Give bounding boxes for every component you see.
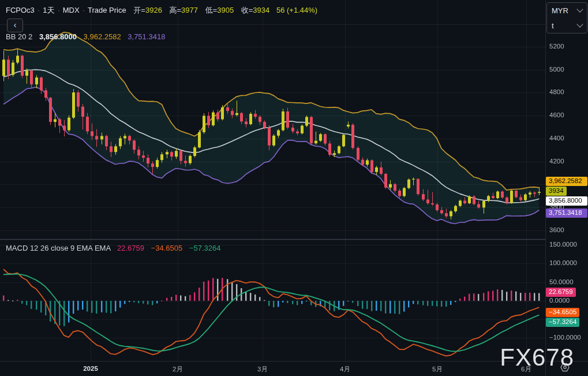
macd-signal-value: −57.3264 — [189, 244, 221, 252]
axis-price-label: 3,962.2582 — [546, 177, 587, 186]
macd-hist-value: 22.6759 — [117, 244, 144, 252]
bb-title: BB 20 2 — [6, 32, 32, 41]
macd-tick: 0.0000 — [549, 297, 570, 304]
high-label: 高= — [169, 6, 181, 14]
bb-basis-value: 3,856.8000 — [39, 32, 77, 41]
price-tick: 4600 — [549, 111, 564, 118]
exchange-name: MDX — [63, 6, 80, 14]
time-tick: 2025 — [73, 365, 108, 372]
macd-tick: 50.0000 — [549, 278, 574, 285]
axis-price-label: −34.6505 — [546, 308, 579, 317]
low-value: 3905 — [217, 6, 234, 14]
axis-price-label: 22.6759 — [546, 288, 576, 297]
axis-price-label: −57.3264 — [546, 318, 579, 327]
unit-dropdown[interactable]: t — [547, 18, 587, 33]
trading-chart-app: FCPOc3·1天·MDX·Trade Price 开=3926 高=3977 … — [0, 0, 588, 376]
currency-unit-selector: MYR t — [546, 2, 587, 33]
time-tick: 2月 — [160, 365, 195, 374]
chevron-left-icon: ‹ — [14, 20, 17, 29]
price-tick: 5200 — [549, 43, 564, 50]
bb-legend[interactable]: BB 20 2 3,856.8000 3,962.2582 3,751.3418 — [6, 32, 165, 41]
chevron-down-icon — [576, 6, 583, 12]
low-label: 低= — [205, 6, 218, 14]
open-value: 3926 — [145, 6, 162, 14]
close-label: 收= — [241, 6, 253, 14]
bb-upper-value: 3,962.2582 — [84, 32, 121, 41]
close-value: 3934 — [253, 6, 269, 14]
back-button[interactable]: ‹ — [7, 18, 23, 32]
axis-price-label: 3,856.8000 — [546, 196, 587, 206]
macd-line-value: −34.6505 — [151, 244, 183, 252]
interval-value[interactable]: 1天 — [43, 6, 54, 14]
axis-price-label: 3934 — [546, 187, 567, 196]
macd-legend[interactable]: MACD 12 26 close 9 EMA EMA 22.6759 −34.6… — [6, 244, 220, 252]
watermark: FX678 — [500, 344, 574, 371]
macd-tick: 100.0000 — [549, 259, 577, 266]
price-tick: 4200 — [549, 158, 564, 165]
macd-tick: −100.0000 — [549, 334, 581, 341]
macd-tick: 150.0000 — [549, 241, 577, 248]
price-type: Trade Price — [88, 6, 126, 14]
time-tick: 5月 — [420, 365, 455, 374]
price-tick: 5000 — [549, 66, 564, 73]
separator-dot: · — [57, 6, 59, 14]
open-label: 开= — [133, 6, 145, 14]
time-tick: 3月 — [245, 365, 280, 374]
bb-lower-value: 3,751.3418 — [128, 32, 165, 41]
chevron-down-icon — [576, 21, 583, 27]
price-tick: 3600 — [549, 226, 564, 233]
separator-dot: · — [83, 6, 85, 14]
price-tick: 4400 — [549, 135, 564, 142]
time-tick: 4月 — [328, 365, 362, 374]
separator-dot: · — [38, 6, 40, 14]
macd-title: MACD 12 26 close 9 EMA EMA — [6, 244, 110, 252]
currency-dropdown[interactable]: MYR — [547, 3, 587, 18]
chart-header: FCPOc3·1天·MDX·Trade Price 开=3926 高=3977 … — [6, 5, 317, 16]
change-value: 56 (+1.44%) — [276, 6, 317, 14]
price-tick: 4800 — [549, 88, 564, 95]
high-value: 3977 — [181, 6, 198, 14]
symbol-name[interactable]: FCPOc3 — [6, 6, 35, 14]
currency-value: MYR — [552, 6, 568, 15]
axis-price-label: 3,751.3418 — [546, 209, 587, 218]
unit-value: t — [552, 21, 554, 30]
chart-canvas[interactable] — [0, 0, 588, 376]
